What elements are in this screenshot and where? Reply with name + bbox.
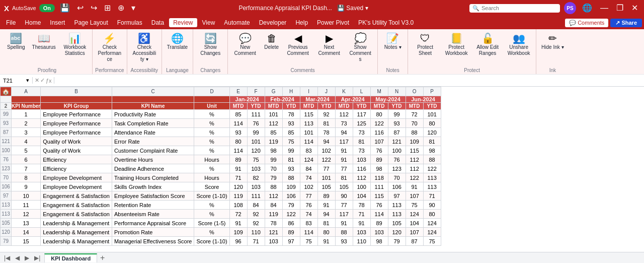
sheet-nav-first[interactable]: |◀	[2, 254, 12, 262]
formula-insert-icon[interactable]: ƒx	[46, 78, 52, 84]
kpi-num-8[interactable]: 8	[12, 173, 41, 182]
ribbon-btn-thesaurus[interactable]: 📖Thesaurus	[29, 31, 59, 52]
cell-p-70[interactable]: 113	[423, 173, 441, 182]
cell-h-123[interactable]: 93	[282, 164, 300, 173]
col-header-B[interactable]: B	[41, 87, 112, 96]
ribbon-btn-translate[interactable]: 🌐Translate	[164, 31, 191, 52]
kpi-unit-6[interactable]: Hours	[194, 155, 229, 164]
kpi-name-9[interactable]: Skills Growth Index	[112, 182, 194, 191]
cell-i-105[interactable]: 83	[300, 219, 317, 228]
cell-j-105[interactable]: 81	[317, 219, 335, 228]
cell-p-113[interactable]: 80	[423, 210, 441, 219]
cell-f-106[interactable]: 103	[247, 182, 265, 191]
ribbon-btn-unshare-workbook[interactable]: 👥Unshare Workbook	[504, 31, 534, 58]
cell-p-100[interactable]: 98	[423, 146, 441, 155]
cell-m-99[interactable]: 80	[370, 110, 388, 119]
kpi-num-14[interactable]: 14	[12, 228, 41, 237]
cell-k-120[interactable]: 88	[335, 228, 353, 237]
cell-l-113[interactable]: 78	[353, 201, 370, 210]
kpi-group-15[interactable]: Leadership & Management	[41, 237, 112, 246]
grid-icon[interactable]: ⊞	[102, 3, 113, 13]
cell-p-105[interactable]: 124	[423, 219, 441, 228]
kpi-group-9[interactable]: Employee Development	[41, 182, 112, 191]
col-header-C[interactable]: C	[112, 87, 194, 96]
kpi-unit-5[interactable]: %	[194, 146, 229, 155]
globe-icon[interactable]: 🌐	[580, 3, 594, 13]
cell-g-121[interactable]: 119	[265, 137, 282, 146]
cell-e-113[interactable]: 108	[229, 201, 247, 210]
cell-p-79[interactable]: 75	[423, 237, 441, 246]
cell-g-100[interactable]: 98	[265, 146, 282, 155]
cell-o-113[interactable]: 124	[406, 210, 423, 219]
col-header-G[interactable]: G	[265, 87, 282, 96]
cell-o-121[interactable]: 109	[406, 137, 423, 146]
kpi-num-6[interactable]: 6	[12, 155, 41, 164]
kpi-name-6[interactable]: Overtime Hours	[112, 155, 194, 164]
cell-h-70[interactable]: 88	[282, 173, 300, 182]
cell-n-113[interactable]: 113	[388, 201, 406, 210]
cell-i-99[interactable]: 115	[300, 110, 317, 119]
cell-j-76[interactable]: 122	[317, 155, 335, 164]
cell-h-76[interactable]: 81	[282, 155, 300, 164]
kpi-num-11[interactable]: 11	[12, 201, 41, 210]
cell-m-70[interactable]: 118	[370, 173, 388, 182]
kpi-num-7[interactable]: 7	[12, 164, 41, 173]
kpi-num-4[interactable]: 4	[12, 137, 41, 146]
cell-f-79[interactable]: 71	[247, 237, 265, 246]
kpi-unit-11[interactable]: %	[194, 201, 229, 210]
menu-item-power-pivot[interactable]: Power Pivot	[313, 18, 353, 27]
cell-h-106[interactable]: 109	[282, 182, 300, 191]
more-tools-icon[interactable]: ⊕	[116, 3, 126, 13]
cell-m-113[interactable]: 76	[370, 201, 388, 210]
cell-g-93[interactable]: 112	[265, 119, 282, 128]
cell-e-106[interactable]: 120	[229, 182, 247, 191]
cell-m-87[interactable]: 116	[370, 128, 388, 137]
cell-i-97[interactable]: 77	[300, 191, 317, 201]
cell-ref-dropdown[interactable]: ▾	[26, 77, 29, 84]
cell-k-113[interactable]: 77	[335, 201, 353, 210]
cell-g-120[interactable]: 121	[265, 228, 282, 237]
ribbon-btn-check-accessibility[interactable]: ♿Check Accessibility ▾	[129, 31, 159, 64]
cell-h-113[interactable]: 79	[282, 201, 300, 210]
kpi-name-7[interactable]: Deadline Adherence	[112, 164, 194, 173]
cell-h-121[interactable]: 75	[282, 137, 300, 146]
sheet-nav-prev[interactable]: ◀	[13, 254, 22, 262]
cell-l-79[interactable]: 110	[353, 237, 370, 246]
cell-k-113[interactable]: 117	[335, 210, 353, 219]
menu-item-file[interactable]: File	[2, 18, 20, 27]
cell-o-106[interactable]: 91	[406, 182, 423, 191]
kpi-name-14[interactable]: Promotion Rate	[112, 228, 194, 237]
kpi-name-3[interactable]: Attendance Rate	[112, 128, 194, 137]
col-header-P[interactable]: P	[423, 87, 441, 96]
cell-n-121[interactable]: 121	[388, 137, 406, 146]
ribbon-btn-show-changes[interactable]: 🔄Show Changes	[195, 31, 225, 58]
kpi-unit-7[interactable]: %	[194, 164, 229, 173]
kpi-group-2[interactable]: Employee Performance	[41, 119, 112, 128]
minimize-button[interactable]: —	[598, 3, 610, 13]
cell-g-123[interactable]: 70	[265, 164, 282, 173]
kpi-group-3[interactable]: Employee Performance	[41, 128, 112, 137]
cell-p-121[interactable]: 81	[423, 137, 441, 146]
col-header-E[interactable]: E	[229, 87, 247, 96]
kpi-unit-4[interactable]: %	[194, 137, 229, 146]
col-header-M[interactable]: M	[370, 87, 388, 96]
cell-p-87[interactable]: 120	[423, 128, 441, 137]
cell-n-120[interactable]: 120	[388, 228, 406, 237]
menu-item-developer[interactable]: Developer	[255, 18, 291, 27]
cell-i-87[interactable]: 101	[300, 128, 317, 137]
cell-f-70[interactable]: 82	[247, 173, 265, 182]
cell-h-113[interactable]: 122	[282, 210, 300, 219]
cell-m-97[interactable]: 115	[370, 191, 388, 201]
cell-g-70[interactable]: 79	[265, 173, 282, 182]
menu-item-page-layout[interactable]: Page Layout	[70, 18, 112, 27]
ribbon-btn-show-comments[interactable]: 💭Show Comments	[345, 31, 375, 64]
cell-p-123[interactable]: 122	[423, 164, 441, 173]
cell-i-76[interactable]: 124	[300, 155, 317, 164]
cell-j-120[interactable]: 80	[317, 228, 335, 237]
kpi-group-6[interactable]: Efficiency	[41, 155, 112, 164]
cell-l-106[interactable]: 100	[353, 182, 370, 191]
cell-m-120[interactable]: 103	[370, 228, 388, 237]
cell-f-121[interactable]: 101	[247, 137, 265, 146]
col-header-H[interactable]: H	[282, 87, 300, 96]
cell-g-105[interactable]: 78	[265, 219, 282, 228]
